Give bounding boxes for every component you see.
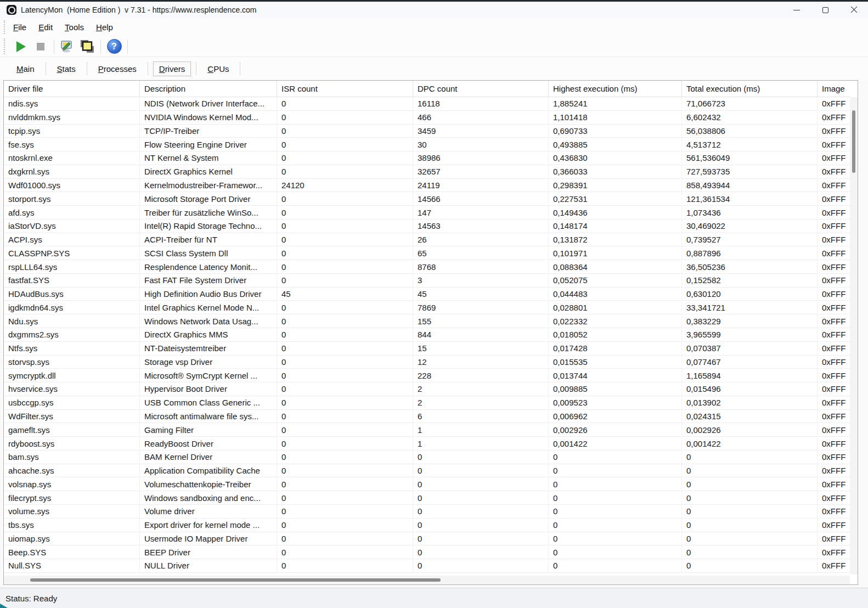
report-button[interactable] xyxy=(77,38,97,55)
cell-driver-file: nvlddmkm.sys xyxy=(4,111,140,125)
tab-stats[interactable]: Stats xyxy=(51,61,82,76)
table-row[interactable]: storvsp.sysStorage vsp Driver0120,015535… xyxy=(4,356,850,369)
column-header-driver-file[interactable]: Driver file xyxy=(4,81,140,97)
cell-isr-count: 0 xyxy=(277,151,413,165)
table-row[interactable]: volume.sysVolume driver00000xFFF xyxy=(4,505,850,519)
menu-file[interactable]: File xyxy=(8,20,32,34)
vertical-scrollbar-thumb[interactable] xyxy=(852,110,855,173)
vertical-scrollbar[interactable] xyxy=(850,97,858,575)
table-row[interactable]: HDAudBus.sysHigh Definition Audio Bus Dr… xyxy=(4,288,850,301)
column-header-isr-count[interactable]: ISR count xyxy=(277,81,413,97)
help-button[interactable]: ? xyxy=(104,38,124,55)
cell-description: TCP/IP-Treiber xyxy=(140,125,277,138)
stop-icon xyxy=(37,43,44,50)
options-button[interactable] xyxy=(58,38,77,55)
maximize-button[interactable] xyxy=(811,2,839,18)
table-row[interactable]: storport.sysMicrosoft Storage Port Drive… xyxy=(4,192,850,206)
stop-monitor-button[interactable] xyxy=(31,38,50,55)
table-row[interactable]: tbs.sysExport driver for kernel mode ...… xyxy=(4,519,850,532)
cell-driver-file: WdFilter.sys xyxy=(4,410,140,424)
cell-image: 0xFFF xyxy=(818,477,850,491)
start-monitor-button[interactable] xyxy=(11,38,31,55)
cell-dpc-count: 0 xyxy=(413,464,549,478)
tab-drivers[interactable]: Drivers xyxy=(153,61,191,76)
cell-isr-count: 0 xyxy=(277,301,413,314)
cell-highest-execution: 0,028801 xyxy=(549,301,682,314)
table-row[interactable]: iaStorVD.sysIntel(R) Rapid Storage Techn… xyxy=(4,219,850,233)
horizontal-scrollbar-thumb[interactable] xyxy=(30,578,441,582)
table-row[interactable]: igdkmdn64.sysIntel Graphics Kernel Mode … xyxy=(4,301,850,314)
table-row[interactable]: hvservice.sysHypervisor Boot Driver020,0… xyxy=(4,382,850,396)
tab-separator xyxy=(240,62,240,75)
table-row[interactable]: volsnap.sysVolumeschattenkopie-Treiber00… xyxy=(4,477,850,491)
column-header-image[interactable]: Image xyxy=(818,81,850,97)
table-row[interactable]: Null.SYSNULL Driver00000xFFF xyxy=(4,559,850,573)
menu-tools[interactable]: Tools xyxy=(59,20,89,34)
cell-driver-file: tcpip.sys xyxy=(4,125,140,138)
cell-driver-file: iaStorVD.sys xyxy=(4,219,140,233)
cell-isr-count: 0 xyxy=(277,451,413,464)
tab-cpus[interactable]: CPUs xyxy=(201,61,235,76)
table-row[interactable]: ndis.sysNDIS (Network Driver Interface..… xyxy=(4,97,850,111)
close-button[interactable] xyxy=(839,2,868,18)
cell-isr-count: 0 xyxy=(277,111,413,125)
menu-help[interactable]: Help xyxy=(91,20,119,34)
table-row[interactable]: Beep.SYSBEEP Driver00000xFFF xyxy=(4,545,850,559)
cell-driver-file: HDAudBus.sys xyxy=(4,288,140,301)
cell-dpc-count: 6 xyxy=(413,410,549,424)
table-row[interactable]: ntoskrnl.exeNT Kernel & System0389860,43… xyxy=(4,151,850,165)
table-row[interactable]: nvlddmkm.sysNVIDIA Windows Kernel Mod...… xyxy=(4,111,850,125)
table-row[interactable]: Ndu.sysWindows Network Data Usag...01550… xyxy=(4,314,850,328)
cell-highest-execution: 0,002926 xyxy=(549,423,682,437)
cell-description: Windows sandboxing and enc... xyxy=(140,491,277,505)
horizontal-scrollbar[interactable] xyxy=(4,576,850,584)
table-row[interactable]: afd.sysTreiber für zusätzliche WinSo...0… xyxy=(4,206,850,219)
cell-dpc-count: 0 xyxy=(413,451,549,464)
cell-dpc-count: 15 xyxy=(413,342,549,356)
cell-total-execution: 30,469022 xyxy=(682,219,818,233)
table-row[interactable]: dxgmms2.sysDirectX Graphics MMS08440,018… xyxy=(4,328,850,342)
cell-description: Resplendence Latency Monit... xyxy=(140,260,277,274)
table-row[interactable]: fse.sysFlow Steering Engine Driver0300,4… xyxy=(4,138,850,151)
cell-description: Fast FAT File System Driver xyxy=(140,274,277,288)
table-row[interactable]: Ntfs.sysNT-Dateisystemtreiber0150,017428… xyxy=(4,342,850,356)
cell-image: 0xFFF xyxy=(818,274,850,288)
menu-edit[interactable]: Edit xyxy=(33,20,58,34)
table-row[interactable]: CLASSPNP.SYSSCSI Class System Dll0650,10… xyxy=(4,246,850,260)
table-row[interactable]: ACPI.sysACPI-Treiber für NT0260,1318720,… xyxy=(4,233,850,247)
table-row[interactable]: fastfat.SYSFast FAT File System Driver03… xyxy=(4,274,850,288)
cell-highest-execution: 0,101971 xyxy=(549,246,682,260)
table-row[interactable]: ahcache.sysApplication Compatibility Cac… xyxy=(4,464,850,478)
table-row[interactable]: rspLLL64.sysResplendence Latency Monit..… xyxy=(4,260,850,274)
table-row[interactable]: usbccgp.sysUSB Common Class Generic ...0… xyxy=(4,396,850,410)
cell-dpc-count: 1 xyxy=(413,423,549,437)
table-row[interactable]: WdFilter.sysMicrosoft antimalware file s… xyxy=(4,410,850,424)
cell-total-execution: 0 xyxy=(682,559,818,573)
tab-main[interactable]: Main xyxy=(10,61,41,76)
table-row[interactable]: rdyboost.sysReadyBoost Driver010,0014220… xyxy=(4,437,850,451)
table-row[interactable]: filecrypt.sysWindows sandboxing and enc.… xyxy=(4,491,850,505)
driver-table-body: ndis.sysNDIS (Network Driver Interface..… xyxy=(4,97,850,573)
table-row[interactable]: Wdf01000.sysKernelmodustreiber-Framewor.… xyxy=(4,179,850,193)
cell-description: Treiber für zusätzliche WinSo... xyxy=(140,206,277,219)
cell-isr-count: 0 xyxy=(277,382,413,396)
tab-processes[interactable]: Processes xyxy=(92,61,143,76)
table-row[interactable]: dxgkrnl.sysDirectX Graphics Kernel032657… xyxy=(4,165,850,179)
cell-description: Volumeschattenkopie-Treiber xyxy=(140,477,277,491)
table-row[interactable]: gameflt.sysGaming Filter010,0029260,0029… xyxy=(4,423,850,437)
column-header-highest-execution[interactable]: Highest execution (ms) xyxy=(549,81,682,97)
cell-total-execution: 1,165894 xyxy=(682,369,818,382)
cell-total-execution: 6,602432 xyxy=(682,111,818,125)
table-row[interactable]: symcryptk.dllMicrosoft® SymCrypt Kernel … xyxy=(4,369,850,382)
minimize-button[interactable] xyxy=(782,2,811,18)
cell-description: NT-Dateisystemtreiber xyxy=(140,342,277,356)
table-row[interactable]: uiomap.sysUsermode IO Mapper Driver00000… xyxy=(4,532,850,546)
table-row[interactable]: tcpip.sysTCP/IP-Treiber034590,69073356,0… xyxy=(4,125,850,138)
tab-separator xyxy=(148,62,148,75)
column-header-description[interactable]: Description xyxy=(140,81,277,97)
column-header-total-execution[interactable]: Total execution (ms) xyxy=(682,81,818,97)
cell-description: USB Common Class Generic ... xyxy=(140,396,277,410)
window-controls xyxy=(782,2,868,18)
table-row[interactable]: bam.sysBAM Kernel Driver00000xFFF xyxy=(4,451,850,464)
column-header-dpc-count[interactable]: DPC count xyxy=(413,81,549,97)
